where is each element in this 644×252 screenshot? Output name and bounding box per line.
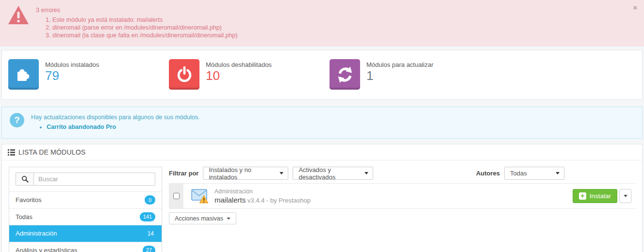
category-sidebar: Favoritos 0 Todas 141 Administración 14 … bbox=[9, 167, 162, 252]
sidebar-item-administracion[interactable]: Administración 14 bbox=[9, 225, 162, 242]
chevron-down-icon bbox=[556, 172, 560, 174]
chevron-down-icon bbox=[227, 218, 231, 220]
filter-by-label: Filtrar por bbox=[169, 170, 198, 177]
warning-triangle-icon bbox=[8, 5, 29, 25]
stat-card-installed: Módulos instalados 79 bbox=[2, 59, 163, 90]
sidebar-item-label: Análisis y estadísticas bbox=[16, 247, 77, 252]
sidebar-item-todas[interactable]: Todas 141 bbox=[9, 208, 162, 225]
search-button[interactable] bbox=[16, 173, 33, 186]
module-actions: Instalar bbox=[573, 189, 631, 203]
filter-row: Filtrar por Instalados y no instalados A… bbox=[169, 167, 635, 180]
stat-value: 10 bbox=[206, 68, 272, 83]
sidebar-search bbox=[9, 167, 162, 191]
stat-value: 1 bbox=[366, 68, 433, 83]
count-badge: 14 bbox=[148, 230, 155, 237]
sidebar-item-label: Todas bbox=[16, 213, 33, 220]
module-update-link[interactable]: Carrito abandonado Pro bbox=[47, 124, 116, 130]
update-info-alert: ? Hay actualizaciones disponibles para a… bbox=[1, 107, 643, 139]
count-badge: 27 bbox=[143, 246, 155, 252]
update-list: Carrito abandonado Pro bbox=[31, 123, 199, 131]
chevron-down-icon bbox=[364, 172, 368, 174]
chevron-down-icon bbox=[624, 195, 627, 197]
power-icon bbox=[169, 59, 199, 90]
sidebar-item-label: Favoritos bbox=[16, 196, 41, 204]
error-item: dineromail (la clase que falta en /modul… bbox=[52, 32, 237, 39]
error-list: Este módulo ya está instalado: mailalert… bbox=[36, 16, 237, 39]
error-item: dineromail (parse error en /modules/dine… bbox=[52, 24, 237, 32]
module-category: Administración bbox=[215, 188, 311, 196]
error-item: Este módulo ya está instalado: mailalert… bbox=[52, 16, 237, 24]
search-icon bbox=[21, 175, 29, 183]
stat-label: Módulos deshabilitados bbox=[206, 61, 272, 68]
module-list-panel: LISTA DE MÓDULOS Favoritos 0 Todas 141 bbox=[1, 144, 643, 252]
module-checkbox-cell bbox=[169, 184, 183, 208]
stat-card-disabled: Módulos deshabilitados 10 bbox=[163, 59, 323, 90]
close-icon[interactable]: × bbox=[633, 4, 637, 11]
installed-filter-select[interactable]: Instalados y no instalados bbox=[203, 167, 288, 180]
authors-filter-select[interactable]: Todas bbox=[504, 167, 564, 180]
stat-label: Módulos instalados bbox=[45, 61, 99, 68]
mail-warning-icon bbox=[191, 189, 209, 204]
active-filter-select[interactable]: Activados y desactivados bbox=[293, 167, 373, 180]
authors-label: Autores bbox=[476, 170, 500, 177]
search-input[interactable] bbox=[33, 173, 155, 186]
stat-label: Módulos para actualizar bbox=[366, 61, 433, 68]
count-badge: 0 bbox=[145, 195, 155, 205]
module-stats-panel: Módulos instalados 79 Módulos deshabilit… bbox=[1, 50, 643, 100]
info-message: Hay actualizaciones disponibles para alg… bbox=[31, 113, 199, 122]
module-checkbox[interactable] bbox=[173, 193, 180, 199]
panel-title: LISTA DE MÓDULOS bbox=[18, 148, 85, 156]
puzzle-icon bbox=[8, 59, 39, 90]
install-dropdown-toggle[interactable] bbox=[619, 189, 631, 203]
module-row-mailalerts: Administración mailalerts v3.4.4 - by Pr… bbox=[169, 183, 635, 209]
error-alert: 3 errores Este módulo ya está instalado:… bbox=[0, 0, 644, 47]
panel-header: LISTA DE MÓDULOS bbox=[2, 144, 642, 160]
sidebar-item-analisis[interactable]: Análisis y estadísticas 27 bbox=[9, 242, 162, 252]
chevron-down-icon bbox=[280, 172, 283, 174]
module-list-content: Filtrar por Instalados y no instalados A… bbox=[169, 167, 635, 252]
stat-card-to-update: Módulos para actualizar 1 bbox=[323, 59, 484, 90]
module-version-author: v3.4.4 - by Prestashop bbox=[248, 197, 311, 204]
question-icon: ? bbox=[10, 113, 24, 127]
bulk-actions-button[interactable]: Acciones masivas bbox=[169, 212, 236, 224]
stat-value: 79 bbox=[45, 68, 99, 83]
sidebar-item-label: Administración bbox=[16, 230, 57, 237]
count-badge: 141 bbox=[140, 212, 155, 221]
add-icon bbox=[579, 192, 586, 200]
sidebar-item-favoritos[interactable]: Favoritos 0 bbox=[9, 191, 162, 208]
sync-icon bbox=[330, 59, 360, 90]
list-icon bbox=[8, 149, 15, 156]
module-name: mailalerts bbox=[215, 196, 246, 204]
authors-filter-group: Autores Todas bbox=[476, 167, 564, 180]
error-alert-title: 3 errores bbox=[36, 6, 237, 14]
install-button[interactable]: Instalar bbox=[573, 189, 617, 203]
update-item: Carrito abandonado Pro bbox=[47, 123, 199, 131]
